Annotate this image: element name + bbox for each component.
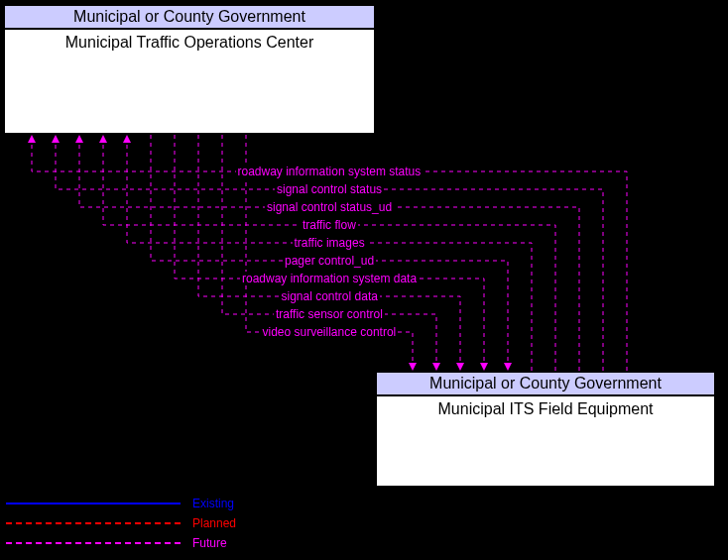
svg-marker-1 xyxy=(52,135,60,143)
legend-future-line xyxy=(6,542,181,544)
legend-planned-label: Planned xyxy=(192,516,236,530)
entity-mife[interactable]: Municipal or County Government Municipal… xyxy=(375,371,716,488)
legend-future-label: Future xyxy=(192,536,227,550)
svg-marker-8 xyxy=(432,363,440,371)
legend-existing: Existing xyxy=(6,494,236,513)
legend-existing-line xyxy=(6,503,181,504)
legend-future: Future xyxy=(6,533,236,553)
legend-planned-line xyxy=(6,522,181,524)
svg-marker-7 xyxy=(456,363,464,371)
flow-label: video surveillance control xyxy=(261,325,399,339)
entity-mtoc-header: Municipal or County Government xyxy=(5,6,374,30)
svg-marker-4 xyxy=(123,135,131,143)
entity-mife-body: Municipal ITS Field Equipment xyxy=(377,396,714,422)
svg-marker-6 xyxy=(480,363,488,371)
legend: Existing Planned Future xyxy=(6,494,236,553)
svg-marker-3 xyxy=(99,135,107,143)
flow-label: traffic sensor control xyxy=(274,307,385,321)
entity-mtoc-body: Municipal Traffic Operations Center xyxy=(5,30,374,56)
svg-marker-2 xyxy=(75,135,83,143)
svg-marker-9 xyxy=(409,363,417,371)
svg-marker-0 xyxy=(28,135,36,143)
flow-label: pager control_ud xyxy=(283,254,376,268)
flow-label: signal control status xyxy=(275,182,384,196)
flow-label: roadway information system status xyxy=(236,165,424,178)
entity-mtoc[interactable]: Municipal or County Government Municipal… xyxy=(3,4,376,135)
flow-label: signal control status_ud xyxy=(265,200,394,214)
flow-label: traffic images xyxy=(293,236,367,250)
flow-label: traffic flow xyxy=(301,218,358,232)
flow-label: signal control data xyxy=(280,289,380,303)
flow-label: roadway information system data xyxy=(240,272,419,285)
legend-existing-label: Existing xyxy=(192,497,234,510)
svg-marker-5 xyxy=(504,363,512,371)
legend-planned: Planned xyxy=(6,513,236,533)
entity-mife-header: Municipal or County Government xyxy=(377,373,714,396)
